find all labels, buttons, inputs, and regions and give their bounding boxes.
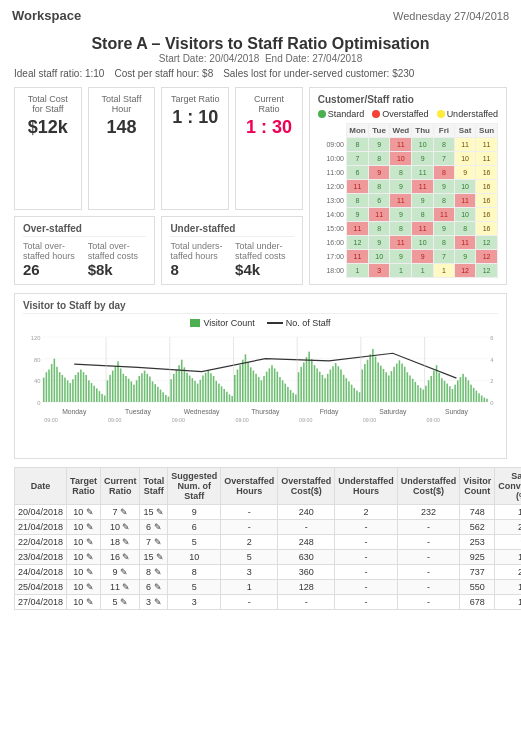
svg-rect-82 xyxy=(229,394,231,402)
svg-rect-98 xyxy=(271,365,273,402)
ideal-staff-ratio-label: Ideal staff ratio: 1:10 xyxy=(14,68,104,79)
svg-rect-72 xyxy=(202,375,204,402)
understaffed-section: Under-staffed Total unders-taffed hours … xyxy=(161,216,302,285)
table-row: 27/04/201810 ✎5 ✎3 ✎3----67814Understaff… xyxy=(15,595,522,610)
data-table: Date Target Ratio Current Ratio Total St… xyxy=(14,467,521,610)
svg-rect-130 xyxy=(356,391,358,402)
svg-rect-149 xyxy=(407,372,409,402)
svg-rect-137 xyxy=(375,357,377,403)
svg-rect-28 xyxy=(85,375,87,402)
svg-rect-115 xyxy=(316,368,318,402)
svg-rect-179 xyxy=(486,399,488,402)
svg-rect-80 xyxy=(223,389,225,402)
svg-rect-106 xyxy=(292,393,294,402)
svg-rect-17 xyxy=(56,367,58,402)
svg-rect-14 xyxy=(48,370,50,403)
svg-rect-70 xyxy=(197,384,199,402)
svg-text:0: 0 xyxy=(490,400,494,406)
svg-rect-67 xyxy=(189,375,191,402)
svg-text:Saturday: Saturday xyxy=(379,408,407,416)
svg-rect-123 xyxy=(338,366,340,402)
svg-text:09:00: 09:00 xyxy=(427,417,440,423)
svg-text:09:00: 09:00 xyxy=(299,417,312,423)
svg-rect-94 xyxy=(261,380,263,402)
svg-rect-60 xyxy=(170,379,172,402)
svg-rect-69 xyxy=(194,381,196,402)
svg-rect-74 xyxy=(207,370,209,402)
svg-rect-167 xyxy=(454,385,456,402)
svg-rect-100 xyxy=(276,372,278,402)
svg-rect-44 xyxy=(128,379,130,402)
svg-text:Sunday: Sunday xyxy=(445,408,469,416)
svg-rect-21 xyxy=(67,380,69,402)
svg-rect-103 xyxy=(284,384,286,402)
svg-rect-99 xyxy=(274,368,276,402)
svg-rect-54 xyxy=(154,384,156,402)
svg-rect-19 xyxy=(61,375,63,402)
svg-rect-163 xyxy=(444,381,446,402)
svg-rect-48 xyxy=(138,376,140,402)
top-bar: Workspace Wednesday 27/04/2018 xyxy=(0,0,521,31)
svg-text:Wednesday: Wednesday xyxy=(184,408,220,416)
svg-rect-119 xyxy=(327,374,329,402)
svg-rect-20 xyxy=(64,378,66,402)
svg-rect-91 xyxy=(253,371,255,402)
staff-count-legend: No. of Staff xyxy=(286,318,331,328)
svg-rect-157 xyxy=(428,380,430,402)
svg-text:Tuesday: Tuesday xyxy=(125,408,151,416)
svg-rect-146 xyxy=(399,360,401,402)
svg-rect-109 xyxy=(300,367,302,402)
table-row: 22/04/201810 ✎18 ✎7 ✎52248--2539Overstaf… xyxy=(15,535,522,550)
svg-rect-61 xyxy=(173,374,175,402)
table-row: 24/04/201810 ✎9 ✎8 ✎83360--73721Well Pla… xyxy=(15,565,522,580)
table-row: 25/04/201810 ✎11 ✎6 ✎51128--55012Well Pl… xyxy=(15,580,522,595)
svg-rect-138 xyxy=(377,362,379,402)
svg-rect-45 xyxy=(131,381,133,402)
svg-rect-156 xyxy=(425,386,427,402)
svg-rect-93 xyxy=(258,377,260,402)
svg-rect-144 xyxy=(393,367,395,402)
svg-rect-23 xyxy=(72,379,74,402)
svg-rect-84 xyxy=(234,375,236,402)
svg-rect-38 xyxy=(112,371,114,402)
visitor-staff-chart-section: Visitor to Staff by day Visitor Count No… xyxy=(14,293,507,459)
svg-text:Thursday: Thursday xyxy=(251,408,280,416)
svg-rect-172 xyxy=(468,380,470,402)
svg-rect-162 xyxy=(441,378,443,402)
svg-rect-97 xyxy=(269,368,271,402)
svg-rect-65 xyxy=(184,367,186,402)
svg-rect-86 xyxy=(239,365,241,402)
svg-text:120: 120 xyxy=(31,335,41,341)
overstaffed-section: Over-staffed Total over-staffed hours 26… xyxy=(14,216,155,285)
svg-rect-129 xyxy=(353,388,355,402)
svg-text:6: 6 xyxy=(490,335,494,341)
svg-rect-81 xyxy=(226,392,228,402)
page-title: Store A – Visitors to Staff Ratio Optimi… xyxy=(14,35,507,64)
svg-rect-145 xyxy=(396,364,398,402)
svg-rect-161 xyxy=(438,373,440,402)
svg-text:Friday: Friday xyxy=(320,408,339,416)
svg-rect-140 xyxy=(383,369,385,402)
svg-text:09:00: 09:00 xyxy=(172,417,185,423)
svg-rect-46 xyxy=(133,385,135,402)
svg-rect-111 xyxy=(306,357,308,402)
svg-rect-126 xyxy=(346,378,348,402)
svg-rect-32 xyxy=(96,388,98,402)
svg-rect-108 xyxy=(298,372,300,402)
svg-rect-141 xyxy=(385,372,387,402)
svg-rect-128 xyxy=(351,385,353,402)
svg-rect-174 xyxy=(473,388,475,402)
table-row: 23/04/201810 ✎16 ✎15 ✎105630--92513Overs… xyxy=(15,550,522,565)
svg-rect-90 xyxy=(250,367,252,402)
svg-rect-40 xyxy=(117,361,119,402)
svg-rect-118 xyxy=(324,378,326,402)
svg-rect-176 xyxy=(478,393,480,402)
svg-rect-170 xyxy=(462,374,464,402)
svg-rect-34 xyxy=(101,394,103,402)
svg-rect-75 xyxy=(210,373,212,402)
svg-rect-116 xyxy=(319,372,321,402)
svg-rect-58 xyxy=(165,395,167,402)
svg-rect-148 xyxy=(404,367,406,402)
visitor-count-legend: Visitor Count xyxy=(203,318,254,328)
svg-rect-134 xyxy=(367,360,369,402)
